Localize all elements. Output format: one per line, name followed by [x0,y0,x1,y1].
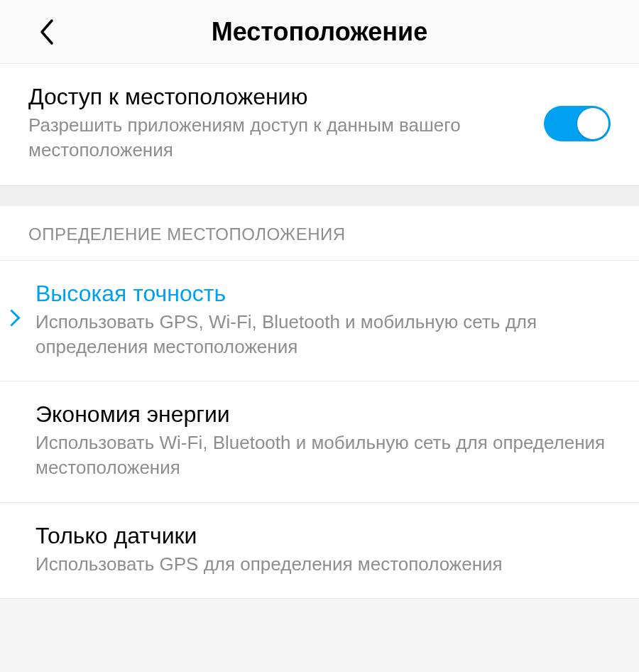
location-access-toggle[interactable] [544,106,611,141]
option-desc: Использовать Wi-Fi, Bluetooth и мобильну… [36,430,611,480]
option-title: Высокая точность [36,281,611,307]
option-battery-saving[interactable]: Экономия энергии Использовать Wi-Fi, Blu… [0,381,639,502]
option-device-only[interactable]: Только датчики Использовать GPS для опре… [0,503,639,599]
section-gap [0,186,639,206]
location-access-row: Доступ к местоположению Разрешить прилож… [0,64,639,186]
option-high-accuracy[interactable]: Высокая точность Использовать GPS, Wi-Fi… [0,261,639,381]
group-header: ОПРЕДЕЛЕНИЕ МЕСТОПОЛОЖЕНИЯ [0,206,639,261]
option-desc: Использовать GPS, Wi-Fi, Bluetooth и моб… [36,310,611,359]
toggle-knob [577,108,608,139]
option-title: Только датчики [36,523,611,549]
location-access-title: Доступ к местоположению [28,84,530,110]
option-desc: Использовать GPS для определения местопо… [36,552,611,577]
location-access-desc: Разрешить приложениям доступ к данным ва… [28,113,530,163]
header: Местоположение [0,0,639,64]
page-title: Местоположение [28,17,611,47]
option-title: Экономия энергии [36,401,611,428]
location-access-text: Доступ к местоположению Разрешить прилож… [28,84,544,163]
